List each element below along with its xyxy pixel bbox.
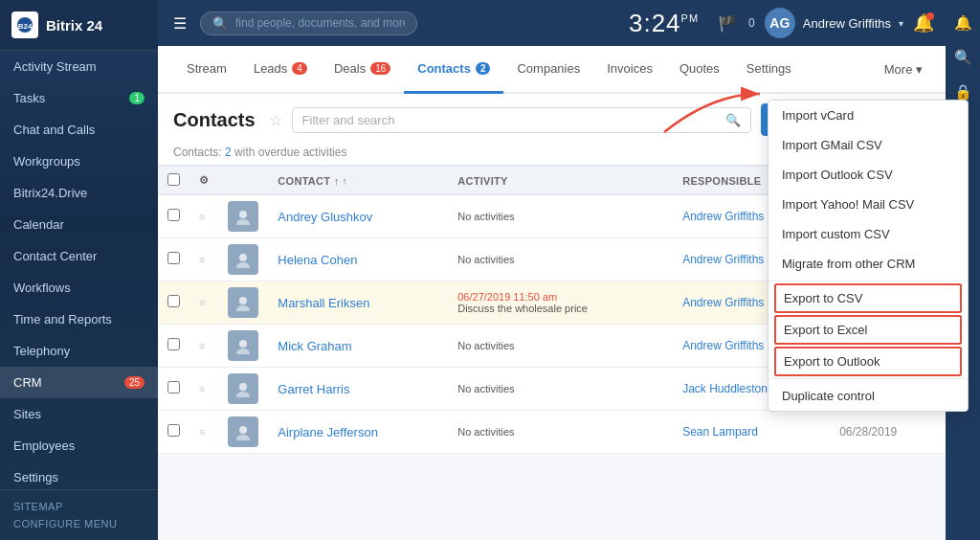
- row-checkbox[interactable]: [167, 381, 180, 394]
- tab-companies[interactable]: Companies: [503, 46, 593, 94]
- row-avatar-cell: [218, 325, 268, 368]
- sidebar-item-label: Bitrix24.Drive: [13, 186, 87, 200]
- topbar-user[interactable]: AG Andrew Griffiths ▾: [765, 8, 903, 38]
- svg-point-11: [236, 392, 250, 397]
- topbar-search[interactable]: 🔍: [200, 11, 417, 35]
- row-checkbox[interactable]: [167, 252, 180, 264]
- responsible-link[interactable]: Andrew Griffiths: [682, 210, 764, 223]
- row-checkbox[interactable]: [167, 295, 180, 307]
- drag-handle-icon: ≡: [199, 254, 205, 265]
- responsible-link[interactable]: Andrew Griffiths: [682, 296, 764, 309]
- sidebar-item-employees[interactable]: Employees: [0, 430, 158, 461]
- favorite-star-icon[interactable]: ☆: [269, 111, 282, 129]
- overdue-count: 2: [225, 146, 232, 159]
- row-activity-cell: 06/27/2019 11:50 am Discuss the wholesal…: [448, 281, 673, 325]
- sidebar-item-label: Workgroups: [13, 154, 80, 169]
- activity-text: Discuss the wholesale price: [457, 303, 663, 314]
- leads-badge: 4: [292, 62, 307, 75]
- sidebar-item-sites[interactable]: Sites: [0, 398, 158, 430]
- row-checkbox-cell: [158, 411, 189, 454]
- table-row: ≡ Airplane Jefferson No activities Sean …: [158, 411, 946, 454]
- search-input[interactable]: [235, 16, 405, 30]
- contact-name-link[interactable]: Marshall Eriksen: [278, 296, 369, 310]
- contact-name-link[interactable]: Mick Graham: [278, 339, 351, 353]
- row-activity-cell: No activities: [448, 411, 673, 454]
- export-csv-item[interactable]: Export to CSV: [774, 283, 962, 313]
- contact-name-link[interactable]: Helena Cohen: [278, 253, 357, 267]
- sidebar-item-time-reports[interactable]: Time and Reports: [0, 304, 158, 335]
- row-checkbox[interactable]: [167, 424, 180, 437]
- import-vcard-item[interactable]: Import vCard: [768, 101, 968, 130]
- row-activity-cell: No activities: [448, 238, 673, 281]
- row-name-cell: Andrey Glushkov: [268, 195, 448, 238]
- sidebar-logo[interactable]: B24 Bitrix 24: [0, 0, 158, 51]
- hamburger-icon[interactable]: ☰: [169, 11, 190, 36]
- tab-more[interactable]: More ▾: [877, 46, 930, 92]
- tab-deals[interactable]: Deals 16: [321, 46, 404, 94]
- activity-none: No activities: [457, 383, 514, 394]
- sitemap-link[interactable]: SITEMAP: [13, 498, 145, 515]
- responsible-link[interactable]: Andrew Griffiths: [682, 253, 764, 266]
- responsible-link[interactable]: Jack Huddleston: [682, 382, 768, 395]
- flag-icon[interactable]: 🏴: [718, 14, 737, 33]
- sidebar-item-crm[interactable]: CRM 25: [0, 367, 158, 398]
- search-icon: 🔍: [212, 16, 228, 31]
- export-excel-item[interactable]: Export to Excel: [774, 315, 962, 345]
- row-drag-cell: ≡: [189, 281, 218, 325]
- activity-none: No activities: [457, 211, 514, 222]
- import-yahoo-mail-csv-item[interactable]: Import Yahoo! Mail CSV: [768, 190, 968, 219]
- created-date: 06/28/2019: [839, 425, 897, 439]
- sidebar-item-workgroups[interactable]: Workgroups: [0, 146, 158, 177]
- contacts-search-input[interactable]: [302, 113, 720, 127]
- contacts-search-bar[interactable]: 🔍: [292, 107, 751, 133]
- sidebar-item-label: Tasks: [13, 91, 45, 105]
- sidebar: B24 Bitrix 24 Activity Stream Tasks 1 Ch…: [0, 0, 158, 540]
- contact-avatar: [228, 373, 258, 404]
- sidebar-item-contact-center[interactable]: Contact Center: [0, 240, 158, 272]
- sidebar-item-settings[interactable]: Settings: [0, 461, 158, 489]
- migrate-crm-item[interactable]: Migrate from other CRM: [768, 249, 968, 279]
- notification-icon[interactable]: 🔔: [913, 12, 934, 34]
- contacts-badge: 2: [476, 62, 491, 75]
- contact-name-link[interactable]: Airplane Jefferson: [278, 425, 378, 439]
- contact-name-link[interactable]: Garret Harris: [278, 382, 349, 396]
- row-checkbox[interactable]: [167, 209, 180, 221]
- tab-quotes[interactable]: Quotes: [666, 46, 733, 94]
- contact-name-link[interactable]: Andrey Glushkov: [278, 210, 372, 224]
- tab-contacts[interactable]: Contacts 2: [404, 46, 503, 94]
- tab-leads[interactable]: Leads 4: [240, 46, 321, 94]
- select-all-checkbox[interactable]: [167, 173, 180, 186]
- row-drag-cell: ≡: [189, 368, 218, 411]
- sidebar-item-activity-stream[interactable]: Activity Stream: [0, 51, 158, 82]
- responsible-link[interactable]: Andrew Griffiths: [682, 339, 764, 352]
- row-checkbox-cell: [158, 368, 189, 411]
- avatar: AG: [765, 8, 795, 38]
- tab-invoices[interactable]: Invoices: [593, 46, 666, 94]
- sidebar-item-workflows[interactable]: Workflows: [0, 272, 158, 304]
- notification-right-icon[interactable]: 🔔: [947, 8, 978, 38]
- configure-menu-link[interactable]: CONFIGURE MENU: [13, 515, 145, 532]
- sidebar-item-calendar[interactable]: Calendar: [0, 209, 158, 240]
- import-custom-csv-item[interactable]: Import custom CSV: [768, 219, 968, 249]
- row-checkbox[interactable]: [167, 338, 180, 350]
- sidebar-item-bitrix-drive[interactable]: Bitrix24.Drive: [0, 177, 158, 209]
- th-contact[interactable]: CONTACT ↑: [268, 167, 448, 195]
- duplicate-control-item[interactable]: Duplicate control: [768, 381, 968, 411]
- topbar-time: 3:24PM: [629, 9, 699, 38]
- responsible-link[interactable]: Sean Lampard: [682, 425, 758, 439]
- sidebar-item-telephony[interactable]: Telephony: [0, 335, 158, 367]
- sidebar-item-chat-calls[interactable]: Chat and Calls: [0, 114, 158, 146]
- row-activity-cell: No activities: [448, 195, 673, 238]
- activity-none: No activities: [457, 254, 514, 265]
- import-outlook-csv-item[interactable]: Import Outlook CSV: [768, 160, 968, 190]
- import-gmail-csv-item[interactable]: Import GMail CSV: [768, 130, 968, 160]
- export-outlook-item[interactable]: Export to Outlook: [774, 347, 962, 376]
- sidebar-item-tasks[interactable]: Tasks 1: [0, 82, 158, 114]
- sidebar-item-label: Contact Center: [13, 249, 97, 263]
- row-checkbox-cell: [158, 281, 189, 325]
- tab-settings[interactable]: Settings: [733, 46, 805, 94]
- tab-stream[interactable]: Stream: [173, 46, 240, 94]
- search-right-icon[interactable]: 🔍: [947, 42, 978, 73]
- import-export-dropdown: Import vCard Import GMail CSV Import Out…: [768, 100, 969, 412]
- row-avatar-cell: [218, 281, 268, 325]
